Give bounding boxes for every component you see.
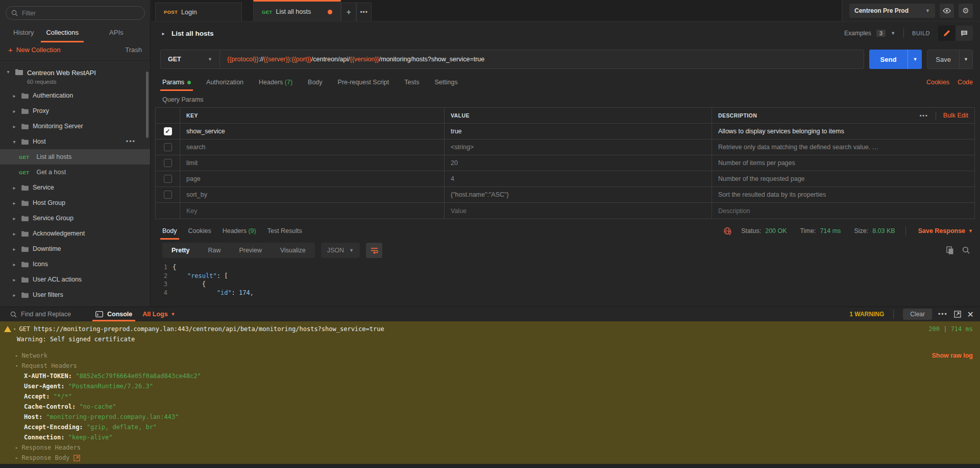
open-external-icon[interactable] [954,311,961,318]
param-value[interactable]: <string> [445,139,712,155]
response-tab-headers[interactable]: Headers (9) [223,223,256,239]
chevron-right-icon[interactable]: ▸ [11,93,17,99]
param-key[interactable]: limit [180,155,445,171]
log-response-headers-toggle[interactable]: Response Headers [21,444,81,451]
view-visualize[interactable]: Visualize [271,243,315,258]
log-request-headers-toggle[interactable]: Request Headers [21,362,77,369]
sidebar-folder-host-group[interactable]: ▸ Host Group [0,195,150,210]
chevron-right-icon[interactable]: ▸ [11,292,17,298]
chevron-right-icon[interactable]: ▸ [11,277,17,283]
view-raw[interactable]: Raw [199,243,230,258]
examples-label[interactable]: Examples [844,30,871,37]
show-raw-log-link[interactable]: Show raw log [932,352,973,359]
param-key[interactable]: show_service [180,124,445,139]
send-options-button[interactable]: ▼ [908,50,922,69]
tab-login[interactable]: POST Login [155,3,242,21]
tab-list-all-hosts[interactable]: GET List all hosts [253,0,341,21]
collection-root[interactable]: ▾ Centreon Web RestAPI 60 requests [0,65,150,88]
sidebar-folder-service[interactable]: ▸ Service [0,180,150,195]
checkbox-unchecked[interactable] [164,191,172,199]
sidebar-folder-user-acl-actions[interactable]: ▸ User ACL actions [0,272,150,287]
new-tab-button[interactable]: + [341,3,356,21]
environment-quicklook-button[interactable] [940,4,954,18]
close-icon[interactable]: ✕ [967,310,974,319]
sidebar-folder-acknowledgement[interactable]: ▸ Acknowledgement [0,226,150,241]
new-collection-button[interactable]: +New Collection [8,45,60,54]
method-selector[interactable]: GET ▼ [161,50,220,68]
log-request-line[interactable]: GET https://monitoring-preprod.company.l… [19,325,384,333]
sidebar-folder-user-filters[interactable]: ▸ User filters [0,287,150,302]
param-value[interactable]: {"host.name":"ASC"} [445,187,712,202]
chevron-right-icon[interactable]: ▸ [11,246,17,252]
save-response-button[interactable]: Save Response▼ [918,227,973,235]
response-tab-cookies[interactable]: Cookies [188,223,211,239]
param-value[interactable]: true [445,124,712,139]
wrap-lines-button[interactable] [366,243,382,258]
param-description[interactable]: Retrieve only data matching the defined … [712,139,974,155]
chevron-down-icon[interactable]: ▼ [891,31,895,36]
tab-body[interactable]: Body [308,74,323,90]
sidebar-request-list-all-hosts[interactable]: GET List all hosts [0,149,150,165]
view-pretty[interactable]: Pretty [162,243,199,258]
chevron-right-icon[interactable]: ▸ [11,185,17,191]
sidebar-folder-downtime[interactable]: ▸ Downtime [0,241,150,256]
param-description[interactable]: Sort the resulted data by its properties [712,187,974,202]
all-logs-filter[interactable]: All Logs ▼ [139,307,178,321]
tab-tests[interactable]: Tests [404,74,419,90]
sidebar-scrollbar[interactable] [146,72,149,138]
save-button[interactable]: Save [927,50,959,68]
tab-authorization[interactable]: Authorization [206,74,243,90]
code-link[interactable]: Code [958,79,973,86]
sidebar-folder-authentication[interactable]: ▸ Authentication [0,88,150,103]
environment-selector[interactable]: Centreon Pre Prod ▼ [849,4,935,18]
tab-headers[interactable]: Headers (7) [259,74,292,90]
checkbox-unchecked[interactable] [164,159,172,167]
sidebar-folder-monitoring-server[interactable]: ▸ Monitoring Server [0,119,150,134]
send-button[interactable]: Send [869,50,908,69]
comments-button[interactable] [955,26,973,41]
response-body-editor[interactable]: 1{ 2 "result": [ 3 { 4 "id": 174, [151,260,980,297]
tab-params[interactable]: Params [162,74,191,90]
view-preview[interactable]: Preview [230,243,271,258]
log-response-body-toggle[interactable]: Response Body [21,454,69,461]
tab-apis[interactable]: APIs [103,24,129,41]
network-error-icon[interactable] [723,227,732,236]
param-description-placeholder[interactable]: Description [712,203,974,219]
tab-prerequest-script[interactable]: Pre-request Script [338,74,389,90]
filter-input[interactable]: Filter [6,6,145,20]
console-log[interactable]: ▾ GET https://monitoring-preprod.company… [0,321,980,464]
environment-settings-button[interactable]: ⚙ [959,4,973,18]
trash-button[interactable]: Trash [125,46,142,54]
chevron-right-icon[interactable]: ▸ [11,216,17,221]
params-more-options-icon[interactable]: ••• [920,112,928,119]
log-network-toggle[interactable]: Network [21,352,47,359]
find-and-replace-button[interactable]: Find and Replace [7,307,74,321]
param-key[interactable]: sort_by [180,187,445,202]
chevron-right-icon[interactable]: ▸ [11,124,17,129]
sidebar-folder-icons[interactable]: ▸ Icons [0,256,150,272]
format-selector[interactable]: JSON ▼ [321,243,360,258]
checkbox-checked[interactable]: ✓ [164,127,172,135]
chevron-down-icon[interactable]: ▾ [11,139,17,145]
chevron-right-icon[interactable]: ▸ [11,231,17,237]
param-description[interactable]: Number of items per pages [712,155,974,171]
param-value[interactable]: 4 [445,171,712,186]
sidebar-folder-host[interactable]: ▾ Host ••• [0,134,150,149]
param-key-placeholder[interactable]: Key [180,203,445,219]
tab-history[interactable]: History [7,24,40,41]
chevron-right-icon[interactable]: ▸ [11,262,17,267]
clear-console-button[interactable]: Clear [903,309,932,320]
response-tab-test-results[interactable]: Test Results [267,223,302,239]
param-value-placeholder[interactable]: Value [445,203,712,219]
more-options-icon[interactable]: ••• [126,138,136,145]
param-value[interactable]: 20 [445,155,712,171]
edit-mode-button[interactable] [938,26,955,41]
chevron-down-icon[interactable]: ▾ [5,69,11,75]
chevron-right-icon[interactable]: ▸ [11,200,17,206]
response-tab-body[interactable]: Body [162,223,177,239]
tab-collections[interactable]: Collections [40,24,85,41]
checkbox-unchecked[interactable] [164,175,172,183]
tab-settings[interactable]: Settings [434,74,457,90]
param-key[interactable]: page [180,171,445,186]
sidebar-folder-proxy[interactable]: ▸ Proxy [0,103,150,119]
